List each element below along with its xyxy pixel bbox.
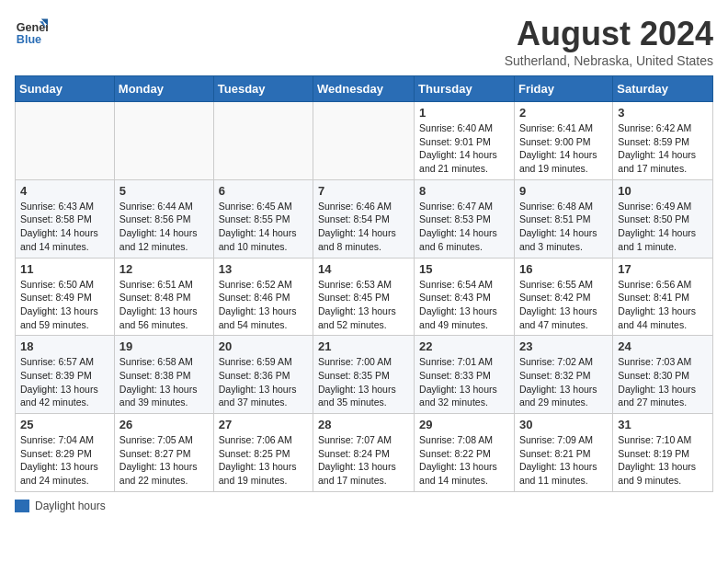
cell-content: Sunrise: 6:42 AM Sunset: 8:59 PM Dayligh…	[618, 121, 708, 176]
cell-content: Sunrise: 7:01 AM Sunset: 8:33 PM Dayligh…	[419, 355, 509, 409]
cell-content: Sunrise: 6:49 AM Sunset: 8:50 PM Dayligh…	[618, 200, 708, 254]
cell-content: Sunrise: 7:07 AM Sunset: 8:24 PM Dayligh…	[318, 433, 409, 488]
legend-label: Daylight hours	[35, 500, 106, 512]
day-number: 4	[20, 184, 109, 198]
calendar-cell: 9Sunrise: 6:48 AM Sunset: 8:51 PM Daylig…	[514, 179, 612, 258]
logo-icon: General Blue	[15, 15, 48, 48]
day-number: 15	[419, 262, 509, 276]
calendar-cell: 11Sunrise: 6:50 AM Sunset: 8:49 PM Dayli…	[16, 258, 115, 336]
calendar-cell: 21Sunrise: 7:00 AM Sunset: 8:35 PM Dayli…	[313, 336, 415, 414]
cell-content: Sunrise: 6:51 AM Sunset: 8:48 PM Dayligh…	[119, 278, 209, 332]
calendar-cell: 16Sunrise: 6:55 AM Sunset: 8:42 PM Dayli…	[514, 258, 612, 336]
cell-content: Sunrise: 6:40 AM Sunset: 9:01 PM Dayligh…	[419, 121, 509, 176]
day-number: 21	[318, 339, 409, 353]
calendar-cell: 31Sunrise: 7:10 AM Sunset: 8:19 PM Dayli…	[613, 414, 713, 492]
cell-content: Sunrise: 6:52 AM Sunset: 8:46 PM Dayligh…	[219, 278, 308, 332]
calendar-table: SundayMondayTuesdayWednesdayThursdayFrid…	[15, 75, 713, 492]
day-number: 27	[219, 418, 308, 431]
column-header-tuesday: Tuesday	[213, 76, 313, 102]
cell-content: Sunrise: 7:06 AM Sunset: 8:25 PM Dayligh…	[219, 433, 308, 488]
cell-content: Sunrise: 6:54 AM Sunset: 8:43 PM Dayligh…	[419, 278, 509, 332]
legend-color-box	[15, 500, 29, 512]
cell-content: Sunrise: 7:04 AM Sunset: 8:29 PM Dayligh…	[20, 433, 109, 488]
location-subtitle: Sutherland, Nebraska, United States	[505, 53, 713, 68]
cell-content: Sunrise: 6:57 AM Sunset: 8:39 PM Dayligh…	[20, 355, 109, 409]
day-number: 19	[119, 339, 209, 353]
calendar-cell: 18Sunrise: 6:57 AM Sunset: 8:39 PM Dayli…	[16, 336, 115, 414]
cell-content: Sunrise: 6:41 AM Sunset: 9:00 PM Dayligh…	[519, 121, 608, 176]
calendar-cell: 24Sunrise: 7:03 AM Sunset: 8:30 PM Dayli…	[613, 336, 713, 414]
cell-content: Sunrise: 7:09 AM Sunset: 8:21 PM Dayligh…	[519, 433, 608, 488]
calendar-cell: 4Sunrise: 6:43 AM Sunset: 8:58 PM Daylig…	[16, 179, 115, 258]
logo: General Blue	[15, 15, 48, 48]
calendar-cell: 22Sunrise: 7:01 AM Sunset: 8:33 PM Dayli…	[415, 336, 515, 414]
cell-content: Sunrise: 6:50 AM Sunset: 8:49 PM Dayligh…	[20, 278, 109, 332]
day-number: 14	[318, 262, 409, 276]
cell-content: Sunrise: 6:56 AM Sunset: 8:41 PM Dayligh…	[618, 278, 708, 332]
calendar-cell: 6Sunrise: 6:45 AM Sunset: 8:55 PM Daylig…	[213, 179, 313, 258]
day-number: 28	[318, 418, 409, 431]
calendar-header-row: SundayMondayTuesdayWednesdayThursdayFrid…	[16, 76, 713, 102]
column-header-thursday: Thursday	[415, 76, 515, 102]
cell-content: Sunrise: 6:43 AM Sunset: 8:58 PM Dayligh…	[20, 200, 109, 254]
cell-content: Sunrise: 7:03 AM Sunset: 8:30 PM Dayligh…	[618, 355, 708, 409]
calendar-cell: 15Sunrise: 6:54 AM Sunset: 8:43 PM Dayli…	[415, 258, 515, 336]
calendar-cell: 2Sunrise: 6:41 AM Sunset: 9:00 PM Daylig…	[514, 102, 612, 180]
cell-content: Sunrise: 6:58 AM Sunset: 8:38 PM Dayligh…	[119, 355, 209, 409]
calendar-cell	[114, 102, 213, 180]
day-number: 10	[618, 184, 708, 198]
day-number: 1	[419, 106, 509, 120]
day-number: 11	[20, 262, 109, 276]
day-number: 13	[219, 262, 308, 276]
calendar-cell: 8Sunrise: 6:47 AM Sunset: 8:53 PM Daylig…	[415, 179, 515, 258]
calendar-cell: 26Sunrise: 7:05 AM Sunset: 8:27 PM Dayli…	[114, 414, 213, 492]
day-number: 18	[20, 339, 109, 353]
calendar-cell: 7Sunrise: 6:46 AM Sunset: 8:54 PM Daylig…	[313, 179, 415, 258]
cell-content: Sunrise: 7:08 AM Sunset: 8:22 PM Dayligh…	[419, 433, 509, 488]
calendar-cell: 3Sunrise: 6:42 AM Sunset: 8:59 PM Daylig…	[613, 102, 713, 180]
calendar-cell: 29Sunrise: 7:08 AM Sunset: 8:22 PM Dayli…	[415, 414, 515, 492]
day-number: 25	[20, 418, 109, 431]
calendar-cell: 1Sunrise: 6:40 AM Sunset: 9:01 PM Daylig…	[415, 102, 515, 180]
calendar-cell	[213, 102, 313, 180]
day-number: 7	[318, 184, 409, 198]
day-number: 9	[519, 184, 608, 198]
cell-content: Sunrise: 7:10 AM Sunset: 8:19 PM Dayligh…	[618, 433, 708, 488]
cell-content: Sunrise: 6:44 AM Sunset: 8:56 PM Dayligh…	[119, 200, 209, 254]
calendar-cell	[16, 102, 115, 180]
day-number: 8	[419, 184, 509, 198]
calendar-cell: 23Sunrise: 7:02 AM Sunset: 8:32 PM Dayli…	[514, 336, 612, 414]
column-header-friday: Friday	[514, 76, 612, 102]
calendar-week-row: 25Sunrise: 7:04 AM Sunset: 8:29 PM Dayli…	[16, 414, 713, 492]
day-number: 31	[618, 418, 708, 431]
column-header-sunday: Sunday	[16, 76, 115, 102]
day-number: 12	[119, 262, 209, 276]
calendar-cell: 13Sunrise: 6:52 AM Sunset: 8:46 PM Dayli…	[213, 258, 313, 336]
legend: Daylight hours	[15, 500, 713, 512]
calendar-week-row: 18Sunrise: 6:57 AM Sunset: 8:39 PM Dayli…	[16, 336, 713, 414]
calendar-cell: 14Sunrise: 6:53 AM Sunset: 8:45 PM Dayli…	[313, 258, 415, 336]
cell-content: Sunrise: 7:00 AM Sunset: 8:35 PM Dayligh…	[318, 355, 409, 409]
day-number: 5	[119, 184, 209, 198]
day-number: 24	[618, 339, 708, 353]
page-header: General Blue August 2024 Sutherland, Neb…	[15, 15, 713, 68]
calendar-week-row: 4Sunrise: 6:43 AM Sunset: 8:58 PM Daylig…	[16, 179, 713, 258]
cell-content: Sunrise: 6:55 AM Sunset: 8:42 PM Dayligh…	[519, 278, 608, 332]
calendar-cell: 17Sunrise: 6:56 AM Sunset: 8:41 PM Dayli…	[613, 258, 713, 336]
month-year-title: August 2024	[505, 15, 713, 53]
cell-content: Sunrise: 7:05 AM Sunset: 8:27 PM Dayligh…	[119, 433, 209, 488]
column-header-saturday: Saturday	[613, 76, 713, 102]
calendar-cell: 10Sunrise: 6:49 AM Sunset: 8:50 PM Dayli…	[613, 179, 713, 258]
cell-content: Sunrise: 6:47 AM Sunset: 8:53 PM Dayligh…	[419, 200, 509, 254]
cell-content: Sunrise: 7:02 AM Sunset: 8:32 PM Dayligh…	[519, 355, 608, 409]
column-header-monday: Monday	[114, 76, 213, 102]
calendar-cell	[313, 102, 415, 180]
calendar-cell: 25Sunrise: 7:04 AM Sunset: 8:29 PM Dayli…	[16, 414, 115, 492]
day-number: 22	[419, 339, 509, 353]
day-number: 2	[519, 106, 608, 120]
cell-content: Sunrise: 6:53 AM Sunset: 8:45 PM Dayligh…	[318, 278, 409, 332]
calendar-cell: 27Sunrise: 7:06 AM Sunset: 8:25 PM Dayli…	[213, 414, 313, 492]
cell-content: Sunrise: 6:46 AM Sunset: 8:54 PM Dayligh…	[318, 200, 409, 254]
svg-text:Blue: Blue	[17, 33, 41, 46]
calendar-week-row: 11Sunrise: 6:50 AM Sunset: 8:49 PM Dayli…	[16, 258, 713, 336]
